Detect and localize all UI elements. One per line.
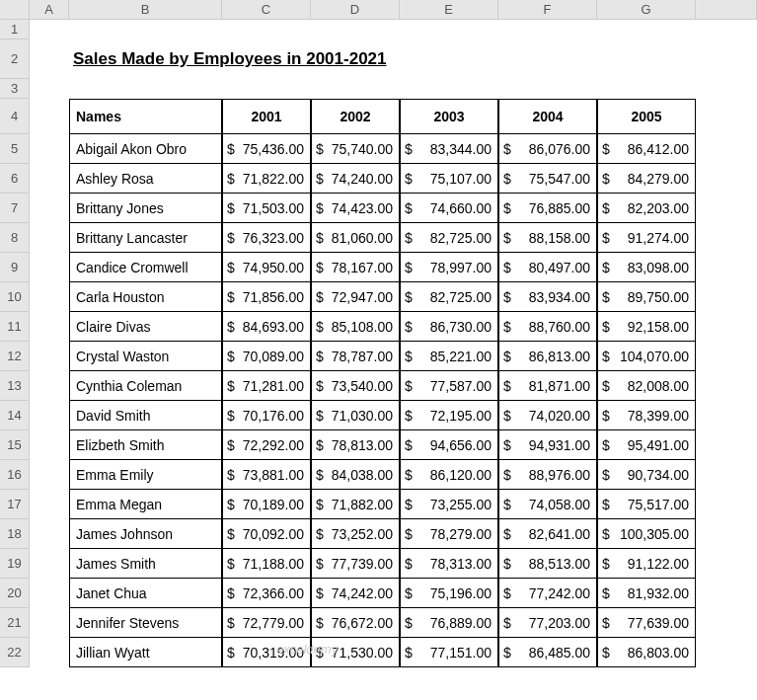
table-cell-value[interactable]: $86,485.00 — [498, 638, 597, 667]
cell-empty[interactable] — [696, 194, 757, 223]
table-cell-value[interactable]: $86,412.00 — [597, 134, 696, 164]
table-cell-value[interactable]: $78,167.00 — [311, 253, 400, 282]
table-cell-value[interactable]: $74,423.00 — [311, 194, 400, 223]
table-cell-value[interactable]: $90,734.00 — [597, 460, 696, 490]
cell-empty[interactable] — [696, 549, 757, 579]
cell-gutter[interactable] — [30, 608, 69, 638]
table-cell-name[interactable]: Abigail Akon Obro — [69, 134, 222, 164]
table-cell-value[interactable]: $70,189.00 — [222, 490, 311, 519]
cell-empty[interactable] — [597, 79, 696, 99]
table-cell-value[interactable]: $86,813.00 — [498, 342, 597, 371]
table-cell-name[interactable]: Brittany Lancaster — [69, 223, 222, 253]
table-cell-value[interactable]: $86,076.00 — [498, 134, 597, 164]
cell-empty[interactable] — [696, 134, 757, 164]
cell-empty[interactable] — [696, 430, 757, 460]
table-cell-value[interactable]: $76,672.00 — [311, 608, 400, 638]
cell-empty[interactable] — [696, 638, 757, 667]
cell-empty[interactable] — [696, 312, 757, 342]
table-cell-value[interactable]: $95,491.00 — [597, 430, 696, 460]
column-header-D[interactable]: D — [311, 0, 400, 20]
table-cell-value[interactable]: $100,305.00 — [597, 519, 696, 549]
table-cell-value[interactable]: $78,787.00 — [311, 342, 400, 371]
cell-gutter[interactable] — [30, 312, 69, 342]
cell-gutter[interactable] — [30, 401, 69, 430]
table-cell-value[interactable]: $88,760.00 — [498, 312, 597, 342]
row-header-2[interactable]: 2 — [0, 39, 30, 79]
table-cell-value[interactable]: $80,497.00 — [498, 253, 597, 282]
table-cell-value[interactable]: $74,058.00 — [498, 490, 597, 519]
table-cell-value[interactable]: $88,158.00 — [498, 223, 597, 253]
table-cell-value[interactable]: $78,813.00 — [311, 430, 400, 460]
table-cell-value[interactable]: $74,242.00 — [311, 579, 400, 608]
table-cell-value[interactable]: $76,323.00 — [222, 223, 311, 253]
table-cell-name[interactable]: Janet Chua — [69, 579, 222, 608]
table-cell-name[interactable]: Jennifer Stevens — [69, 608, 222, 638]
column-header-C[interactable]: C — [222, 0, 311, 20]
row-header-17[interactable]: 17 — [0, 490, 30, 519]
cell-empty[interactable] — [498, 79, 597, 99]
table-cell-value[interactable]: $72,366.00 — [222, 579, 311, 608]
table-cell-value[interactable]: $78,279.00 — [400, 519, 498, 549]
table-cell-value[interactable]: $92,158.00 — [597, 312, 696, 342]
column-header-G[interactable]: G — [597, 0, 696, 20]
table-header-year[interactable]: 2005 — [597, 99, 696, 134]
table-cell-value[interactable]: $84,693.00 — [222, 312, 311, 342]
table-cell-value[interactable]: $82,641.00 — [498, 519, 597, 549]
table-cell-name[interactable]: Candice Cromwell — [69, 253, 222, 282]
cell-empty[interactable] — [311, 20, 400, 39]
table-cell-value[interactable]: $78,313.00 — [400, 549, 498, 579]
cell-empty[interactable] — [30, 79, 69, 99]
table-cell-value[interactable]: $70,176.00 — [222, 401, 311, 430]
table-cell-value[interactable]: $70,319.00 — [222, 638, 311, 667]
table-cell-value[interactable]: $89,750.00 — [597, 282, 696, 312]
table-cell-name[interactable]: Claire Divas — [69, 312, 222, 342]
table-cell-value[interactable]: $84,038.00 — [311, 460, 400, 490]
table-cell-value[interactable]: $71,856.00 — [222, 282, 311, 312]
table-cell-value[interactable]: $94,931.00 — [498, 430, 597, 460]
table-header-year[interactable]: 2003 — [400, 99, 498, 134]
cell-empty[interactable] — [696, 164, 757, 194]
table-cell-value[interactable]: $75,196.00 — [400, 579, 498, 608]
cell-empty[interactable] — [696, 79, 757, 99]
cell-empty[interactable] — [498, 20, 597, 39]
row-header-11[interactable]: 11 — [0, 312, 30, 342]
cell-gutter[interactable] — [30, 194, 69, 223]
row-header-4[interactable]: 4 — [0, 99, 30, 134]
cell-empty[interactable] — [696, 371, 757, 401]
table-cell-value[interactable]: $83,344.00 — [400, 134, 498, 164]
table-cell-value[interactable]: $82,008.00 — [597, 371, 696, 401]
cell-gutter[interactable] — [30, 460, 69, 490]
row-header-8[interactable]: 8 — [0, 223, 30, 253]
cell-gutter[interactable] — [30, 430, 69, 460]
cell-empty[interactable] — [696, 282, 757, 312]
table-cell-value[interactable]: $77,739.00 — [311, 549, 400, 579]
table-cell-value[interactable]: $77,242.00 — [498, 579, 597, 608]
table-cell-value[interactable]: $88,513.00 — [498, 549, 597, 579]
table-cell-value[interactable]: $74,950.00 — [222, 253, 311, 282]
table-cell-value[interactable]: $82,203.00 — [597, 194, 696, 223]
table-cell-name[interactable]: Ashley Rosa — [69, 164, 222, 194]
table-cell-value[interactable]: $81,060.00 — [311, 223, 400, 253]
table-cell-value[interactable]: $104,070.00 — [597, 342, 696, 371]
table-cell-value[interactable]: $81,932.00 — [597, 579, 696, 608]
cell-a4[interactable] — [30, 99, 69, 134]
cell-empty[interactable] — [696, 519, 757, 549]
cell-empty[interactable] — [696, 39, 757, 79]
column-header-E[interactable]: E — [400, 0, 498, 20]
cell-empty[interactable] — [400, 79, 498, 99]
table-cell-value[interactable]: $75,517.00 — [597, 490, 696, 519]
row-header-7[interactable]: 7 — [0, 194, 30, 223]
table-cell-value[interactable]: $72,195.00 — [400, 401, 498, 430]
table-cell-name[interactable]: Emma Emily — [69, 460, 222, 490]
table-cell-value[interactable]: $71,188.00 — [222, 549, 311, 579]
row-header-20[interactable]: 20 — [0, 579, 30, 608]
column-header-B[interactable]: B — [69, 0, 222, 20]
row-header-21[interactable]: 21 — [0, 608, 30, 638]
table-cell-name[interactable]: James Johnson — [69, 519, 222, 549]
cell-empty[interactable] — [222, 79, 311, 99]
table-cell-value[interactable]: $86,730.00 — [400, 312, 498, 342]
cell-gutter[interactable] — [30, 638, 69, 667]
cell-empty[interactable] — [696, 20, 757, 39]
table-cell-value[interactable]: $72,947.00 — [311, 282, 400, 312]
table-cell-value[interactable]: $70,092.00 — [222, 519, 311, 549]
